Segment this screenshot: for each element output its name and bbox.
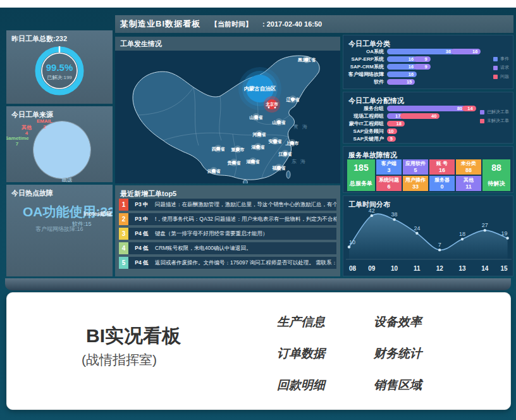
bar-category-label: 客户端网络故障 xyxy=(347,71,387,78)
top5-description: 问题描述：在薪酬激励管理，激励汇总里，导这个销售中心的激励汇总，有个人（0004… xyxy=(155,201,336,209)
panel-map-title: 工单发生情况 xyxy=(115,37,340,49)
panel-top5-title: 最近新增工单top5 xyxy=(115,185,340,199)
faults-cell-label: 服务器 xyxy=(434,177,450,183)
card-item: 销售区域 xyxy=(374,377,422,393)
top5-rank-badge: 1 xyxy=(119,199,128,211)
panel-yesterday-total: 昨日工单总数:232 99.5% 已解决:199 xyxy=(6,30,113,104)
pie-callout-label: EMAIL xyxy=(37,118,52,124)
faults-cell-value: 11 xyxy=(465,183,472,190)
top5-priority: P4 低 xyxy=(128,245,155,252)
data-point xyxy=(371,214,373,217)
bar-category-label: 软件 xyxy=(347,78,387,85)
map-province-label: 重庆市 xyxy=(231,147,245,152)
map-province-label: 云南省 xyxy=(207,169,221,174)
map-province-label: 湖南省 xyxy=(246,159,261,164)
bar-track: 16 xyxy=(387,71,417,77)
data-point xyxy=(461,238,464,240)
bar-segment: 18 xyxy=(387,121,405,127)
top5-row: 2P3 中!，使用事务代码：QA32 问题描述：用户来电表示有一批物料，判定为不… xyxy=(119,213,336,225)
data-point-label: 42 xyxy=(369,207,375,214)
panel-assign-title: 今日工单分配情况 xyxy=(343,92,513,106)
card-item: 设备效率 xyxy=(374,314,422,330)
bar-segment: 16 xyxy=(387,64,417,70)
bar-category-label: SAP业务顾问 xyxy=(347,128,387,135)
dashboard-time-label: 【当前时间】 xyxy=(211,20,252,29)
faults-cell: 客户端3 xyxy=(376,159,402,175)
faults-cell-label: 客户端 xyxy=(381,161,396,167)
top5-row: 1P3 中问题描述：在薪酬激励管理，激励汇总里，导这个销售中心的激励汇总，有个人… xyxy=(119,199,336,211)
sea-label: 东 海 xyxy=(292,159,307,164)
bar-segment: 80 xyxy=(387,106,465,111)
data-point xyxy=(348,245,350,248)
faults-cell-label: 系统问题 xyxy=(379,177,399,183)
bar-segment: 10 xyxy=(387,128,397,134)
bar-track: 169 xyxy=(387,64,431,70)
hotspot-word: lnotes邮箱:11 xyxy=(83,211,113,217)
promo-card: BI实况看板 (战情指挥室) 生产信息 订单数据 回款明细 设备效率 财务统计 … xyxy=(6,292,511,410)
pie-chart xyxy=(34,121,90,178)
top5-description: CRM账号权限，来电400确认中请退回。 xyxy=(155,245,336,252)
faults-cell: 用户操作33 xyxy=(403,176,428,191)
card-item: 回款明细 xyxy=(277,377,325,393)
x-axis-label: 14 xyxy=(481,265,489,272)
bar-category-label: 蒙牛IT工程师组 xyxy=(347,120,387,127)
donut-chart: 99.5% 已解决:199 xyxy=(6,39,113,102)
bar-segment: 9 xyxy=(414,56,431,62)
bar-category-label: SAP-ERP系统 xyxy=(347,56,387,63)
faults-cell: 应用软件5 xyxy=(403,159,428,175)
map-province-label: 上海市 xyxy=(285,140,299,146)
area-fill xyxy=(349,214,508,259)
card-item: 订单数据 xyxy=(277,345,325,362)
pie-callout-value: 7 xyxy=(6,141,29,147)
top5-row: 3P4 低键盘（第一排字母不好用经常需要重启才能用） xyxy=(119,228,336,240)
legend-item: 问题 xyxy=(493,73,509,80)
card-subtitle: (战情指挥室) xyxy=(82,351,157,369)
map-province-label: 湖北省 xyxy=(251,145,266,150)
bar-track: 10 xyxy=(387,128,397,134)
map-taiwan xyxy=(286,171,290,178)
faults-cell: 未分类88 xyxy=(456,159,481,175)
map-province-label: 安徽省 xyxy=(269,139,283,144)
legend-item: 已解决工单 xyxy=(480,109,509,115)
top5-priority: P4 低 xyxy=(128,230,155,238)
panel-service-faults: 服务单故障情况 185总服务单客户端3应用软件5账 号16未分类88系统问题6用… xyxy=(343,146,513,193)
dashboard-time-value: : 2017-02-40 16:50 xyxy=(262,20,322,28)
page: 某制造业BI数据看板 【当前时间】 : 2017-02-40 16:50 昨日工… xyxy=(0,0,516,420)
bar-track: 169 xyxy=(387,56,431,62)
faults-cell-value: 16 xyxy=(439,167,445,173)
bar-category-label: SAP-CRM系统 xyxy=(347,63,387,70)
legend-label: 请求 xyxy=(500,65,509,71)
map-bubble-label: 内蒙古自治区 xyxy=(244,85,277,92)
bar-segment: 9 xyxy=(414,64,431,70)
legend-swatch xyxy=(480,110,484,114)
bar-segment: 14 xyxy=(462,106,476,111)
bar-category-label: 现场工程师组 xyxy=(347,113,387,120)
map-province-label: 福建省 xyxy=(272,165,286,171)
data-point-label: 24 xyxy=(414,225,420,232)
x-axis-label: 09 xyxy=(368,265,376,272)
data-point xyxy=(393,218,395,221)
data-point-label: 18 xyxy=(459,231,465,237)
bar-track: 8014 xyxy=(387,106,476,111)
x-axis-label: 13 xyxy=(458,265,466,272)
legend-label: 问题 xyxy=(500,73,509,80)
legend-swatch xyxy=(493,75,498,79)
pie-callout-label: 电话 xyxy=(62,178,72,182)
faults-cell-label: 其他 xyxy=(464,177,474,183)
map-province-label: 四川省 xyxy=(212,147,226,152)
legend-item: 请求 xyxy=(493,65,509,71)
top5-rank-badge: 5 xyxy=(119,257,128,269)
map-province-label: 山西省 xyxy=(250,115,264,120)
faults-cell-value: 88 xyxy=(465,167,472,173)
map-province-label: 江苏省 xyxy=(278,152,293,157)
bar-row: SAP-ERP系统169 xyxy=(347,56,481,62)
top5-priority: P3 中 xyxy=(128,201,155,209)
panel-hotspot-title: 今日热点故障 xyxy=(6,185,113,198)
panel-ticket-classify: 今日工单分类 OA系统3616SAP-ERP系统169SAP-CRM系统169客… xyxy=(343,35,513,89)
card-item: 财务统计 xyxy=(374,345,422,362)
time-distribution-chart: 1008420938102411712181327141915 xyxy=(346,207,512,275)
bar-row: 客户端网络故障16 xyxy=(347,71,481,77)
bar-row: 现场工程师组1740 xyxy=(347,113,476,119)
x-axis-label: 10 xyxy=(391,265,398,272)
data-point xyxy=(415,232,418,235)
